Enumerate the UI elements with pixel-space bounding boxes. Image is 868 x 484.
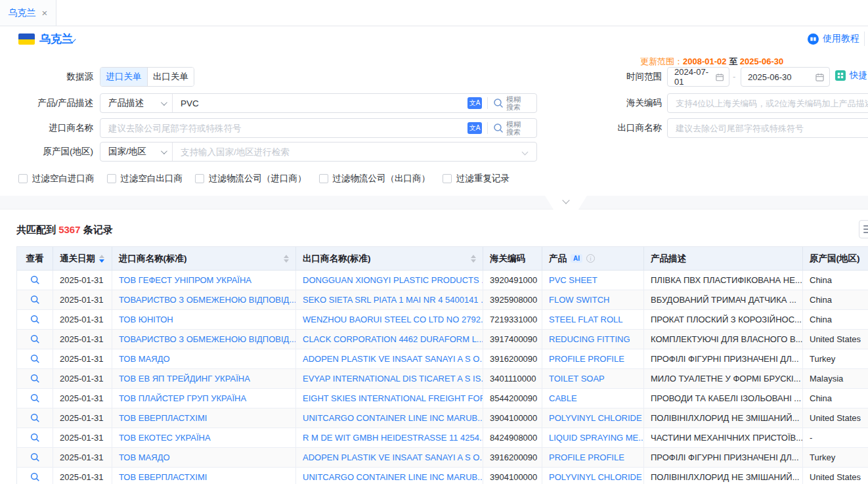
cell-date: 2025-01-31 bbox=[53, 448, 112, 468]
cell-product-link[interactable]: POLYVINYL CHLORIDE bbox=[542, 408, 644, 428]
importer-label: 进口商名称 bbox=[0, 118, 93, 138]
view-record-button[interactable] bbox=[17, 448, 53, 467]
tutorial-label: 使用教程 bbox=[823, 33, 859, 45]
table-row: 2025-01-31 ТОВ ПЛАЙСТЕР ГРУП УКРАЇНА EIG… bbox=[17, 389, 868, 408]
cell-product-link[interactable]: LIQUID SPRAYING ME... bbox=[542, 428, 644, 448]
cell-exporter-link[interactable]: DONGGUAN XIONGYI PLASTIC PRODUCTS ... bbox=[296, 271, 483, 290]
cell-importer-link[interactable]: ТОВ ЕВ ЯП ТРЕЙДИНГ УКРАЇНА bbox=[112, 369, 296, 389]
sort-icon[interactable] bbox=[471, 255, 476, 263]
cell-exporter-link[interactable]: UNITCARGO CONTAINER LINE INC MARUB... bbox=[296, 468, 483, 484]
cell-exporter-link[interactable]: ADOPEN PLASTIK VE INSAAT SANAYI A S O... bbox=[296, 349, 483, 369]
export-manifest-button[interactable]: 出口关单 bbox=[147, 68, 194, 86]
cell-importer-link[interactable]: ТОВ ЮНІТОН bbox=[112, 310, 296, 330]
view-record-button[interactable] bbox=[17, 408, 53, 428]
view-record-button[interactable] bbox=[17, 310, 53, 329]
sort-icon[interactable] bbox=[284, 255, 289, 263]
view-record-button[interactable] bbox=[17, 290, 53, 309]
data-source-toggle: 进口关单 出口关单 bbox=[100, 67, 194, 87]
cell-product-link[interactable]: STEEL FLAT ROLL bbox=[542, 310, 644, 330]
quick-select-link[interactable]: 快捷 bbox=[835, 70, 867, 81]
tab-ukraine[interactable]: 乌克兰 × bbox=[0, 0, 56, 26]
view-record-button[interactable] bbox=[17, 330, 53, 349]
header-exporter[interactable]: 出口商名称(标准) bbox=[296, 247, 483, 271]
cell-hs-code: 8544200090 bbox=[483, 389, 542, 408]
cell-description: ПОЛІВІНІЛХЛОРИД НЕ ЗМІШАНИЙ... bbox=[644, 408, 803, 428]
cell-exporter-link[interactable]: R M DE WIT GMBH HEIDESTRASSE 11 4254... bbox=[296, 428, 483, 448]
cell-importer-link[interactable]: ТОВ ГЕФЕСТ УНІПРОМ УКРАЇНА bbox=[112, 271, 296, 290]
cell-exporter-link[interactable]: SEKO SIETA SRL PIATA 1 MAI NR 4 5400141 … bbox=[296, 290, 483, 310]
header-importer[interactable]: 进口商名称(标准) bbox=[112, 247, 296, 271]
cell-hs-code: 3920491000 bbox=[483, 271, 542, 290]
product-search-input[interactable] bbox=[173, 94, 467, 112]
importer-search-group: 文A 模糊搜索 bbox=[100, 118, 537, 138]
cell-exporter-link[interactable]: EIGHT SKIES INTERNATIONAL FREIGHT FOR... bbox=[296, 389, 483, 408]
cell-exporter-link[interactable]: EVYAP INTERNATIONAL DIS TICARET A S IS..… bbox=[296, 369, 483, 389]
origin-type-select[interactable]: 国家/地区 bbox=[100, 143, 173, 161]
cell-exporter-link[interactable]: CLACK CORPORATION 4462 DURAFORM L... bbox=[296, 330, 483, 349]
info-icon[interactable]: i bbox=[586, 254, 595, 263]
cell-exporter-link[interactable]: ADOPEN PLASTIK VE INSAAT SANAYI A S O... bbox=[296, 448, 483, 468]
origin-search-input[interactable] bbox=[173, 143, 523, 161]
header-description: 产品描述 bbox=[644, 247, 803, 271]
table-row: 2025-01-31 ТОВ МАЯДО ADOPEN PLASTIK VE I… bbox=[17, 349, 868, 369]
cell-importer-link[interactable]: ТОВАРИСТВО З ОБМЕЖЕНОЮ ВІДПОВІД... bbox=[112, 290, 296, 310]
cell-importer-link[interactable]: ТОВ ЕКОТЕС УКРАЇНА bbox=[112, 428, 296, 448]
view-record-button[interactable] bbox=[17, 349, 53, 368]
cell-product-link[interactable]: CABLE bbox=[542, 389, 644, 408]
magnifier-icon bbox=[493, 98, 504, 108]
results-table: 查看 通关日期 进口商名称(标准) 出口商名称(标准) 海关编码 产品 AI i… bbox=[16, 246, 868, 484]
tutorial-link[interactable]: 使用教程 bbox=[808, 33, 859, 45]
end-date-input[interactable]: 2025-06-30 bbox=[741, 67, 830, 87]
cell-hs-code: 3904100000 bbox=[483, 408, 542, 428]
cell-importer-link[interactable]: ТОВ ПЛАЙСТЕР ГРУП УКРАЇНА bbox=[112, 389, 296, 408]
cell-importer-link[interactable]: ТОВ МАЯДО bbox=[112, 448, 296, 468]
cell-product-link[interactable]: PVC SHEET bbox=[542, 271, 644, 290]
importer-input[interactable] bbox=[100, 119, 467, 137]
cell-product-link[interactable]: FLOW SWITCH bbox=[542, 290, 644, 310]
sort-icon[interactable] bbox=[99, 255, 104, 263]
checkbox-filter-logistics-importer[interactable]: 过滤物流公司（进口商） bbox=[195, 173, 307, 185]
cell-product-link[interactable]: REDUCING FITTING bbox=[542, 330, 644, 349]
table-row: 2025-01-31 ТОВ ЕКОТЕС УКРАЇНА R M DE WIT… bbox=[17, 428, 868, 448]
view-record-button[interactable] bbox=[17, 428, 53, 447]
checkbox-filter-duplicates[interactable]: 过滤重复记录 bbox=[443, 173, 510, 185]
cell-product-link[interactable]: POLYVINYL CHLORIDE bbox=[542, 468, 644, 484]
view-record-button[interactable] bbox=[17, 369, 53, 388]
product-type-select[interactable]: 产品描述 bbox=[100, 94, 173, 112]
table-settings-button[interactable] bbox=[859, 220, 868, 238]
checkbox-icon bbox=[107, 174, 116, 183]
cell-importer-link[interactable]: ТОВ МАЯДО bbox=[112, 349, 296, 369]
cell-exporter-link[interactable]: UNITCARGO CONTAINER LINE INC MARUB... bbox=[296, 408, 483, 428]
fuzzy-search-button[interactable]: 模糊搜索 bbox=[488, 120, 536, 136]
start-date-input[interactable]: 2024-07-01 bbox=[667, 67, 729, 87]
result-count-bar: 共匹配到 5367 条记录 bbox=[16, 224, 113, 236]
cell-importer-link[interactable]: ТОВ ЕВЕРПЛАСТХІМІ bbox=[112, 408, 296, 428]
checkbox-filter-logistics-exporter[interactable]: 过滤物流公司（出口商） bbox=[319, 173, 431, 185]
checkbox-filter-blank-exporter[interactable]: 过滤空白出口商 bbox=[107, 173, 183, 185]
tab-close-icon[interactable]: × bbox=[42, 8, 48, 18]
view-record-button[interactable] bbox=[17, 389, 53, 408]
import-manifest-button[interactable]: 进口关单 bbox=[100, 68, 147, 86]
exporter-input[interactable] bbox=[667, 118, 868, 138]
hs-code-input[interactable] bbox=[667, 93, 868, 113]
cell-origin: China bbox=[803, 290, 868, 310]
cell-importer-link[interactable]: ТОВАРИСТВО З ОБМЕЖЕНОЮ ВІДПОВІД... bbox=[112, 330, 296, 349]
translate-icon[interactable]: 文A bbox=[467, 97, 482, 109]
cell-date: 2025-01-31 bbox=[53, 389, 112, 408]
cell-product-link[interactable]: PROFILE PROFILE bbox=[542, 448, 644, 468]
fuzzy-search-button[interactable]: 模糊搜索 bbox=[488, 95, 536, 111]
date-separator: - bbox=[733, 67, 735, 87]
cell-product-link[interactable]: PROFILE PROFILE bbox=[542, 349, 644, 369]
cell-exporter-link[interactable]: WENZHOU BAORUI STEEL CO LTD NO 2792... bbox=[296, 310, 483, 330]
magnifier-icon bbox=[493, 123, 504, 133]
cell-product-link[interactable]: TOILET SOAP bbox=[542, 369, 644, 389]
cell-importer-link[interactable]: ТОВ ЕВЕРПЛАСТХІМІ bbox=[112, 468, 296, 484]
view-record-button[interactable] bbox=[17, 468, 53, 484]
checkbox-filter-blank-importer[interactable]: 过滤空白进口商 bbox=[18, 173, 95, 185]
calendar-icon bbox=[815, 73, 824, 81]
translate-icon[interactable]: 文A bbox=[467, 122, 482, 134]
collapse-filters-button[interactable] bbox=[545, 196, 587, 209]
quick-label: 快捷 bbox=[850, 70, 867, 81]
header-date[interactable]: 通关日期 bbox=[53, 247, 112, 271]
view-record-button[interactable] bbox=[17, 271, 53, 290]
